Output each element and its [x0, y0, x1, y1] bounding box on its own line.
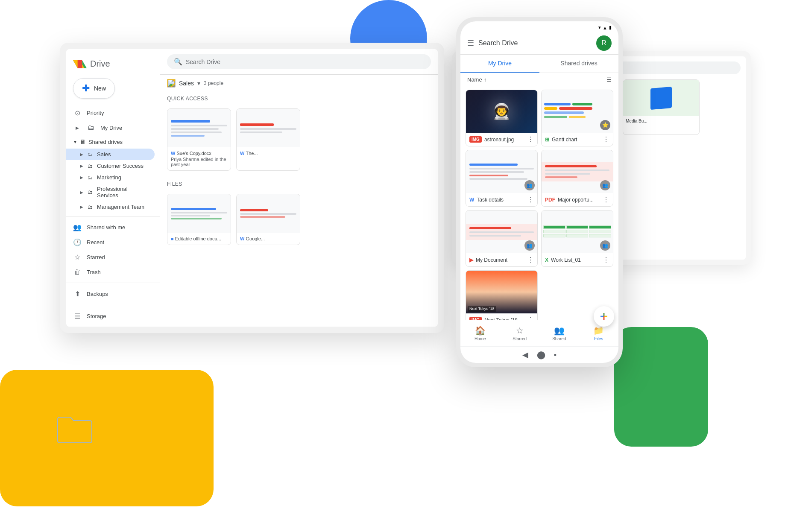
sidebar-item-trash[interactable]: 🗑 Trash: [66, 265, 155, 279]
phone-file-task[interactable]: 👥 W Task details ⋮: [466, 150, 538, 207]
major-more-icon[interactable]: ⋮: [603, 196, 609, 204]
laptop-device: Drive ✚ New ⊙ Priority ▶ 🗂 My Drive: [60, 43, 444, 333]
phone-avatar[interactable]: R: [596, 35, 612, 51]
drive-logo-icon: [73, 58, 87, 70]
sidebar-label-shared-with-me: Shared with me: [87, 224, 125, 231]
file-card-1[interactable]: W Sue's Copy.docx Priya Sharma edited in…: [167, 108, 231, 171]
avatar-letter: R: [601, 39, 606, 47]
sidebar-item-professional-services[interactable]: ▶ 🗂 Professional Services: [66, 183, 155, 201]
sidebar-item-starred[interactable]: ☆ Starred: [66, 250, 155, 265]
file-card-3[interactable]: ■ Editable offline docu...: [167, 194, 231, 245]
file-card-4[interactable]: W Google...: [236, 194, 300, 245]
phone-file-gantt[interactable]: ⭐ ⊞ Gantt chart ⋮: [541, 90, 613, 146]
major-name-row: PDF Major opportu...: [545, 197, 594, 203]
gantt-more-icon[interactable]: ⋮: [603, 135, 609, 143]
sidebar-item-backups[interactable]: ⬆ Backups: [66, 286, 155, 301]
tab-my-drive-label: My Drive: [488, 60, 512, 67]
new-button[interactable]: ✚ New: [73, 78, 115, 99]
doc-line: [171, 208, 216, 210]
task-preview: 👥: [466, 150, 537, 193]
starred-overlay: ⭐: [600, 120, 610, 130]
back-button[interactable]: ◀: [522, 350, 528, 360]
task-name: Task details: [477, 197, 504, 203]
sheet-cell: [589, 230, 611, 233]
phone-file-tokyo[interactable]: Next Tokyo '18 IMG Next Tokyo '18 ⋮: [466, 270, 538, 320]
worklist-more-icon[interactable]: ⋮: [603, 256, 609, 264]
gantt-bar-3: [544, 107, 557, 110]
sort-label: Name: [467, 76, 482, 83]
astronaut-more-icon[interactable]: ⋮: [527, 135, 534, 143]
phone-fab[interactable]: [594, 306, 614, 327]
phone-nav-starred[interactable]: ☆ Starred: [500, 324, 540, 343]
doc-line: [240, 216, 285, 218]
sheet-row-2: [543, 230, 611, 233]
hamburger-icon[interactable]: ☰: [467, 38, 474, 48]
shared-drives-header[interactable]: ▼ 🖥 Shared drives: [66, 135, 160, 149]
document-more-icon[interactable]: ⋮: [527, 256, 534, 264]
sidebar-item-priority[interactable]: ⊙ Priority: [66, 105, 155, 120]
worklist-name-row: X Work List_01: [545, 257, 581, 263]
sidebar-item-management-team[interactable]: ▶ 🗂 Management Team: [66, 201, 155, 213]
sidebar-label-management-team: Management Team: [97, 204, 144, 210]
sidebar-divider-1: [66, 216, 160, 216]
phone-file-document[interactable]: 👥 ▶ My Document ⋮: [466, 210, 538, 267]
sidebar-item-storage[interactable]: ☰ Storage: [66, 309, 155, 324]
phone-nav-home[interactable]: 🏠 Home: [460, 324, 500, 343]
tokyo-preview: Next Tokyo '18: [466, 271, 537, 313]
file-card-2[interactable]: W The...: [236, 108, 300, 171]
worklist-preview: 👥: [542, 210, 613, 253]
trash-icon: 🗑: [73, 268, 82, 276]
sidebar-item-mydrive[interactable]: ▶ 🗂 My Drive: [66, 120, 155, 135]
folder-name: Sales: [179, 80, 194, 87]
sidebar-item-recent[interactable]: 🕐 Recent: [66, 235, 155, 250]
tab-my-drive[interactable]: My Drive: [460, 55, 539, 73]
phone-nav-shared[interactable]: 👥 Shared: [539, 324, 579, 343]
phone-bottom-nav: 🏠 Home ☆ Starred 👥 Shared 📁 Files: [460, 320, 618, 346]
doc-line: [171, 120, 210, 123]
doc-line: [171, 212, 227, 213]
task-more-icon[interactable]: ⋮: [527, 196, 534, 204]
phone-search-bar[interactable]: ☰ Search Drive R: [460, 32, 618, 55]
tab-shared-drives[interactable]: Shared drives: [539, 55, 618, 73]
marketing-chevron-icon: ▶: [80, 175, 83, 180]
document-name-row: ▶ My Document: [469, 257, 507, 263]
sheet-cell: [566, 234, 589, 237]
app-title: Drive: [90, 59, 110, 69]
sidebar-label-customer-success: Customer Success: [97, 163, 144, 169]
storage-icon: ☰: [73, 312, 82, 320]
doc-line: [171, 215, 210, 216]
file-info-2: W The...: [237, 147, 300, 159]
tokyo-more-icon[interactable]: ⋮: [527, 316, 534, 320]
file-info-1: W Sue's Copy.docx Priya Sharma edited in…: [167, 147, 231, 170]
bg-yellow-shape: [0, 370, 214, 506]
phone-nav-files[interactable]: 📁 Files: [579, 324, 619, 343]
bg-folder-icon: [56, 413, 94, 447]
search-bar[interactable]: 🔍 Search Drive: [167, 54, 431, 69]
quick-access-label: Quick Access: [160, 92, 438, 105]
sort-control[interactable]: Name ↑: [467, 76, 486, 83]
sidebar-label-priority: Priority: [87, 110, 104, 116]
file-name-4: Google...: [246, 236, 265, 241]
view-toggle-icon[interactable]: ☰: [606, 76, 612, 83]
recents-button[interactable]: ▪: [554, 351, 557, 360]
doc-line: [171, 125, 227, 126]
sidebar-item-sales[interactable]: ▶ 🗂 Sales: [66, 149, 155, 160]
people-overlay-1: 👥: [524, 180, 535, 190]
gantt-file-info: ⊞ Gantt chart ⋮: [542, 133, 613, 146]
phone-file-astronaut[interactable]: 👨‍🚀 IMG astronaut.jpg ⋮: [466, 90, 538, 146]
pro-services-chevron-icon: ▶: [80, 190, 83, 195]
doc-preview-line-1: [469, 227, 511, 229]
pdf-icon: PDF: [545, 197, 555, 203]
sidebar-item-customer-success[interactable]: ▶ 🗂 Customer Success: [66, 160, 155, 172]
home-button[interactable]: ⬤: [537, 350, 545, 360]
file-preview-4: [237, 194, 300, 233]
docs-icon-3: ■: [171, 236, 175, 241]
phone-file-major[interactable]: 👥 PDF Major opportu... ⋮: [541, 150, 613, 207]
pro-services-folder-icon: 🗂: [88, 189, 93, 195]
word-icon-2: W: [240, 151, 246, 156]
sheet-cell: [589, 225, 611, 229]
phone-file-worklist[interactable]: 👥 X Work List_01 ⋮: [541, 210, 613, 267]
sidebar-item-marketing[interactable]: ▶ 🗂 Marketing: [66, 172, 155, 183]
sidebar-item-shared-with-me[interactable]: 👥 Shared with me: [66, 220, 155, 235]
phone-search-input[interactable]: Search Drive: [478, 39, 592, 47]
